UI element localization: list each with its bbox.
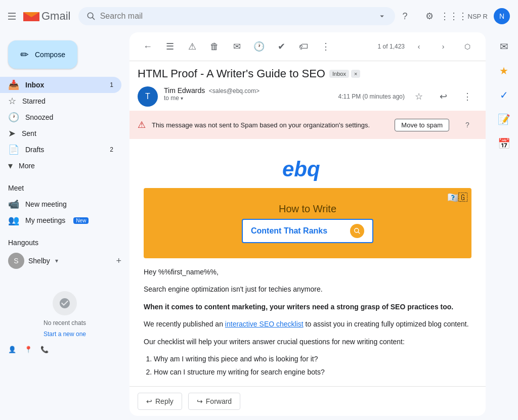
gmail-logo: G Gmail — [8, 9, 70, 23]
email-toolbar-right: 1 of 1,423 ‹ › ⬡ — [378, 36, 478, 57]
sidebar-item-label: Sent — [22, 129, 36, 137]
archive-button[interactable]: ☰ — [160, 36, 180, 57]
more-actions-button[interactable]: ✔ — [271, 36, 291, 57]
prev-email-button[interactable]: ‹ — [409, 36, 429, 57]
sidebar-item-label: Drafts — [25, 146, 44, 154]
forward-icon: ↪ — [197, 397, 203, 405]
phone-icon[interactable]: 📞 — [40, 346, 49, 353]
hero-search-icon — [350, 224, 364, 238]
gmail-text: Gmail — [41, 10, 70, 23]
inbox-badge: 1 — [110, 81, 113, 88]
gmail-logo-icon: G — [22, 9, 40, 23]
reply-icon: ↩ — [146, 397, 152, 405]
svg-line-5 — [93, 17, 95, 20]
right-panel-note-icon[interactable]: 📝 — [494, 109, 514, 129]
hangouts-dropdown-icon: ▾ — [55, 257, 58, 264]
sender-avatar: T — [138, 86, 158, 107]
no-chats-icon — [53, 291, 77, 315]
email-page-count: 1 of 1,423 — [378, 43, 405, 50]
svg-rect-1 — [8, 16, 16, 17]
sidebar-item-sent[interactable]: ➤ Sent — [0, 125, 121, 142]
hero-section: How to Write Content That Ranks 🇬🇴🇬 — [144, 188, 471, 258]
hero-main-text: Content That Ranks — [251, 226, 350, 236]
email-body: ebq How to Write Content That Ranks — [136, 139, 480, 386]
spam-help-icon[interactable]: ? — [457, 115, 478, 135]
badge-close-icon[interactable]: × — [351, 70, 360, 78]
snooze-button[interactable]: 🕐 — [249, 36, 269, 57]
report-spam-button[interactable]: ⚠ — [182, 36, 202, 57]
intro-text: Search engine optimization isn't just fo… — [144, 284, 471, 295]
email-text-section: Hey %%first_name%%, Search engine optimi… — [144, 258, 471, 386]
email-more-button[interactable]: ⋮ — [457, 86, 478, 107]
ebq-logo-top: ebq — [144, 147, 471, 188]
sidebar-item-more[interactable]: ▾ More — [0, 158, 121, 174]
right-panel-mail-icon[interactable]: ✉ — [494, 36, 514, 57]
forward-label: Forward — [206, 397, 232, 405]
email-content: ebq How to Write Content That Ranks — [130, 139, 486, 386]
topbar: G Gmail ? ⚙ ⋮⋮⋮ NSP R N — [0, 0, 518, 32]
inbox-badge-pill[interactable]: Inbox — [329, 70, 349, 78]
reply-icon-button[interactable]: ↩ — [433, 86, 453, 107]
help-icon[interactable]: ? — [395, 6, 415, 26]
search-icon — [87, 11, 96, 21]
label-button[interactable]: 🏷 — [293, 36, 314, 57]
expand-icon[interactable]: ⬡ — [457, 36, 478, 57]
compose-button[interactable]: ✏ Compose — [8, 40, 77, 69]
sidebar-item-new-meeting[interactable]: 📹 New meeting — [0, 196, 121, 212]
no-chats-area: No recent chats Start a new one — [8, 291, 121, 338]
right-panel-check-icon[interactable]: ✓ — [494, 85, 514, 105]
person-icon[interactable]: 👤 — [8, 346, 16, 353]
sidebar-item-starred[interactable]: ☆ Starred — [0, 93, 121, 109]
search-dropdown-icon[interactable] — [377, 11, 386, 21]
hamburger-icon[interactable] — [8, 11, 18, 21]
warning-icon: ⚠ — [138, 119, 146, 130]
sidebar-item-my-meetings[interactable]: 👥 My meetings New — [0, 212, 121, 228]
starred-icon: ☆ — [8, 96, 16, 107]
reply-bar: ↩ Reply ↪ Forward — [130, 386, 486, 416]
checklist-intro-text: Our checklist will help your writers ans… — [144, 336, 471, 347]
right-panel-calendar-icon[interactable]: 📅 — [494, 133, 514, 154]
topbar-right: ? ⚙ ⋮⋮⋮ NSP R N — [395, 6, 510, 26]
sidebar-item-inbox[interactable]: 📥 Inbox 1 — [0, 77, 121, 93]
reply-label: Reply — [155, 397, 174, 405]
email-pane: ← ☰ ⚠ 🗑 ✉ 🕐 ✔ 🏷 ⋮ 1 of 1,423 ‹ › ⬡ HTML … — [130, 32, 486, 416]
back-button[interactable]: ← — [138, 36, 158, 57]
next-email-button[interactable]: › — [433, 36, 453, 57]
location-icon[interactable]: 📍 — [24, 346, 32, 353]
email-timestamp: 4:11 PM (0 minutes ago) — [338, 93, 405, 100]
hero-icons: 🇬🇴🇬 — [447, 192, 467, 203]
my-meetings-icon: 👥 — [8, 215, 19, 226]
user-avatar[interactable]: N — [494, 8, 510, 24]
move-to-spam-button[interactable]: Move to spam — [395, 119, 449, 131]
sidebar-item-snoozed[interactable]: 🕐 Snoozed — [0, 109, 121, 125]
search-bar[interactable] — [78, 7, 395, 25]
delete-button[interactable]: 🗑 — [204, 36, 225, 57]
sidebar-item-drafts[interactable]: 📄 Drafts 2 — [0, 142, 121, 158]
three-dot-menu[interactable]: ⋮ — [316, 36, 336, 57]
apps-icon[interactable]: ⋮⋮⋮ — [444, 6, 464, 26]
start-new-chat-link[interactable]: Start a new one — [8, 331, 121, 338]
forward-button[interactable]: ↪ Forward — [188, 393, 240, 410]
sender-to[interactable]: to me ▾ — [164, 95, 338, 102]
email-subject-bar: HTML Proof - A Writer's Guide to SEO Inb… — [130, 61, 486, 82]
mark-unread-button[interactable]: ✉ — [227, 36, 247, 57]
more-icon: ▾ — [8, 160, 13, 171]
search-input[interactable] — [100, 12, 374, 21]
email-meta-right: 4:11 PM (0 minutes ago) ☆ ↩ ⋮ — [338, 86, 478, 107]
reply-button[interactable]: ↩ Reply — [138, 393, 182, 410]
settings-icon[interactable]: ⚙ — [419, 6, 440, 26]
no-chats-text: No recent chats — [8, 319, 121, 326]
star-button[interactable]: ☆ — [409, 86, 429, 107]
hangouts-label: Hangouts — [0, 235, 130, 251]
right-panel-star-icon[interactable]: ★ — [494, 61, 514, 81]
hangouts-add-icon[interactable]: + — [116, 256, 121, 266]
seo-checklist-link[interactable]: interactive SEO checklist — [225, 320, 304, 328]
svg-point-4 — [88, 13, 94, 18]
sidebar-item-label: More — [19, 162, 35, 170]
new-meeting-icon: 📹 — [8, 199, 19, 210]
snoozed-icon: 🕐 — [8, 112, 19, 123]
svg-text:G: G — [24, 14, 30, 22]
hangouts-user-item[interactable]: S Shelby ▾ + — [0, 251, 130, 271]
greeting-text: Hey %%first_name%%, — [144, 266, 471, 277]
hangouts-user-name: Shelby — [28, 257, 50, 265]
